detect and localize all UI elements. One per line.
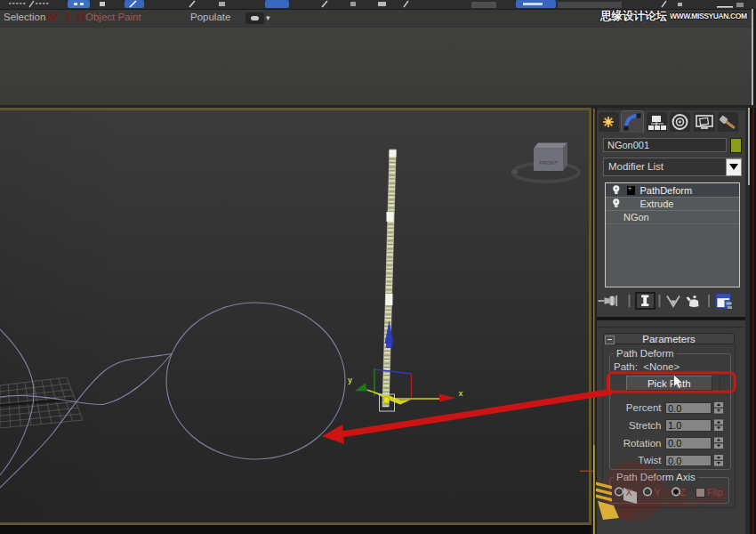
svg-text:FRONT: FRONT xyxy=(539,160,558,166)
svg-text:y: y xyxy=(348,376,352,384)
svg-text:x: x xyxy=(459,389,463,398)
